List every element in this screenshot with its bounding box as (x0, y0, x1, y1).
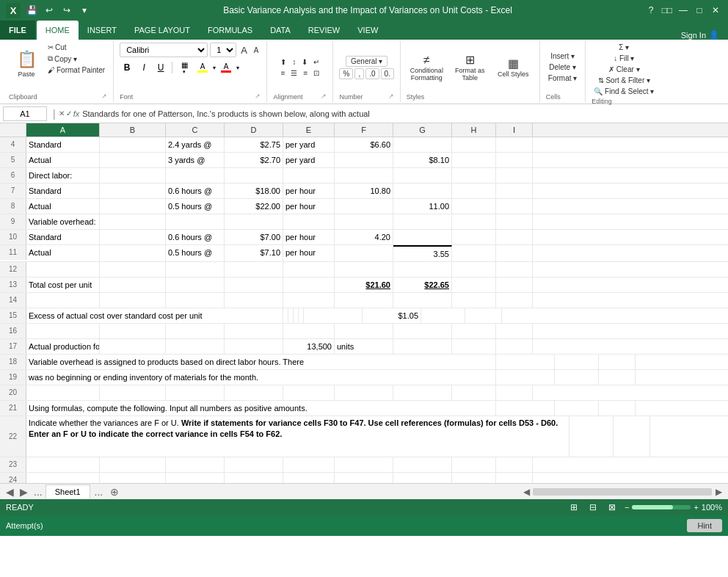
format-cells-button[interactable]: Format ▾ (546, 73, 579, 83)
cell-a10[interactable]: Standard (26, 230, 100, 244)
cell-g14[interactable] (393, 293, 452, 308)
cell-e20[interactable] (283, 385, 335, 400)
cell-i9[interactable] (496, 214, 533, 229)
scroll-left-button[interactable]: ◀ (520, 485, 533, 498)
cell-d16[interactable] (225, 324, 283, 338)
cell-f11[interactable] (335, 245, 393, 261)
cell-b12[interactable] (100, 262, 166, 277)
cell-e17[interactable]: 13,500 (283, 339, 335, 354)
cell-c11[interactable]: 0.5 hours @ (166, 245, 225, 261)
autosum-button[interactable]: Σ ▾ (616, 43, 631, 52)
cell-e7[interactable]: per hour (283, 184, 335, 198)
clipboard-expand[interactable]: ↗ (101, 92, 107, 100)
cell-b17[interactable] (100, 339, 166, 354)
cell-a4[interactable]: Standard (26, 137, 100, 152)
cell-e9[interactable] (283, 214, 335, 229)
col-header-d[interactable]: D (225, 123, 283, 137)
cell-i19[interactable] (599, 370, 636, 385)
cell-a13[interactable]: Total cost per unit (26, 277, 100, 292)
scroll-right-button[interactable]: ▶ (712, 485, 725, 498)
cell-e23[interactable] (283, 457, 335, 472)
customize-icon[interactable]: ▾ (78, 4, 91, 17)
tab-view[interactable]: VIEW (349, 21, 387, 40)
cell-h19[interactable] (555, 370, 599, 385)
cell-c14[interactable] (166, 293, 225, 308)
cell-f7[interactable]: 10.80 (335, 184, 393, 198)
clear-button[interactable]: ✗ Clear ▾ (606, 65, 641, 74)
cell-f12[interactable] (335, 262, 393, 277)
cell-d12[interactable] (225, 262, 283, 277)
font-color-button[interactable]: A (218, 60, 234, 75)
cell-g18[interactable] (496, 355, 555, 369)
zoom-slider[interactable] (632, 505, 691, 509)
cell-f17[interactable]: units (335, 339, 393, 354)
cell-f13[interactable]: $21.60 (335, 277, 393, 292)
redo-icon[interactable]: ↪ (60, 4, 73, 17)
cell-b11[interactable] (100, 245, 166, 261)
align-left-button[interactable]: ≡ (279, 68, 288, 78)
help-button[interactable]: ? (644, 4, 658, 17)
font-color-chevron[interactable]: ▾ (236, 65, 239, 71)
sort-filter-button[interactable]: ⇅ Sort & Filter ▾ (596, 76, 652, 85)
font-size-select[interactable]: 11 (210, 43, 236, 57)
cell-h12[interactable] (452, 262, 496, 277)
cell-b13[interactable] (100, 277, 166, 292)
cell-b14[interactable] (100, 293, 166, 308)
number-expand[interactable]: ↗ (388, 92, 394, 100)
cell-i17[interactable] (496, 339, 533, 354)
undo-icon[interactable]: ↩ (43, 4, 56, 17)
cell-c23[interactable] (166, 457, 225, 472)
cell-a18[interactable]: Variable overhead is assigned to product… (26, 355, 496, 369)
hint-button[interactable]: Hint (687, 519, 722, 532)
cell-d8[interactable]: $22.00 (225, 199, 283, 214)
cell-g12[interactable] (393, 262, 452, 277)
borders-button[interactable]: ▦▾ (176, 60, 192, 75)
decrease-font-button[interactable]: A (252, 46, 261, 55)
tab-page-layout[interactable]: PAGE LAYOUT (125, 21, 199, 40)
cell-g24[interactable] (393, 473, 452, 483)
cell-b7[interactable] (100, 184, 166, 198)
cell-i24[interactable] (496, 473, 533, 483)
cell-d7[interactable]: $18.00 (225, 184, 283, 198)
percent-button[interactable]: % (339, 68, 353, 79)
cell-b20[interactable] (100, 385, 166, 400)
cell-e14[interactable] (283, 293, 335, 308)
cell-c5[interactable]: 3 yards @ (166, 153, 225, 167)
col-header-e[interactable]: E (283, 123, 335, 137)
cell-g21[interactable] (496, 401, 555, 415)
increase-decimal-button[interactable]: .0 (365, 68, 379, 79)
cell-a19[interactable]: was no beginning or ending inventory of … (26, 370, 496, 385)
cell-e12[interactable] (283, 262, 335, 277)
sheet-tab-ellipsis-left[interactable]: ... (31, 486, 46, 498)
cell-g7[interactable] (393, 184, 452, 198)
cell-h18[interactable] (555, 355, 599, 369)
cell-c8[interactable]: 0.5 hours @ (166, 199, 225, 214)
cell-e15[interactable] (299, 308, 304, 323)
cell-a16[interactable] (26, 324, 100, 338)
cell-reference-box[interactable] (3, 106, 47, 121)
close-button[interactable]: ✕ (709, 4, 722, 17)
cell-i20[interactable] (496, 385, 533, 400)
tab-review[interactable]: REVIEW (299, 21, 349, 40)
cell-b24[interactable] (100, 473, 166, 483)
cell-e11[interactable]: per hour (283, 245, 335, 261)
fill-button[interactable]: ↓ Fill ▾ (611, 54, 636, 63)
tab-formulas[interactable]: FORMULAS (199, 21, 261, 40)
col-header-i[interactable]: I (496, 123, 533, 137)
merge-button[interactable]: ⊡ (311, 68, 321, 78)
cell-i10[interactable] (496, 230, 533, 244)
cell-e6[interactable] (283, 168, 335, 183)
cell-i4[interactable] (496, 137, 533, 152)
cell-c17[interactable] (166, 339, 225, 354)
sheet-tab-sheet1[interactable]: Sheet1 (46, 485, 90, 499)
cell-d11[interactable]: $7.10 (225, 245, 283, 261)
cell-f16[interactable] (335, 324, 393, 338)
cell-d9[interactable] (225, 214, 283, 229)
cell-i6[interactable] (496, 168, 533, 183)
cell-b15[interactable] (283, 308, 288, 323)
cell-d5[interactable]: $2.70 (225, 153, 283, 167)
sheet-tab-ellipsis-right[interactable]: ... (92, 486, 106, 498)
cell-g20[interactable] (393, 385, 452, 400)
zoom-minus-button[interactable]: − (625, 503, 629, 512)
align-bottom-button[interactable]: ⬇ (299, 57, 310, 67)
